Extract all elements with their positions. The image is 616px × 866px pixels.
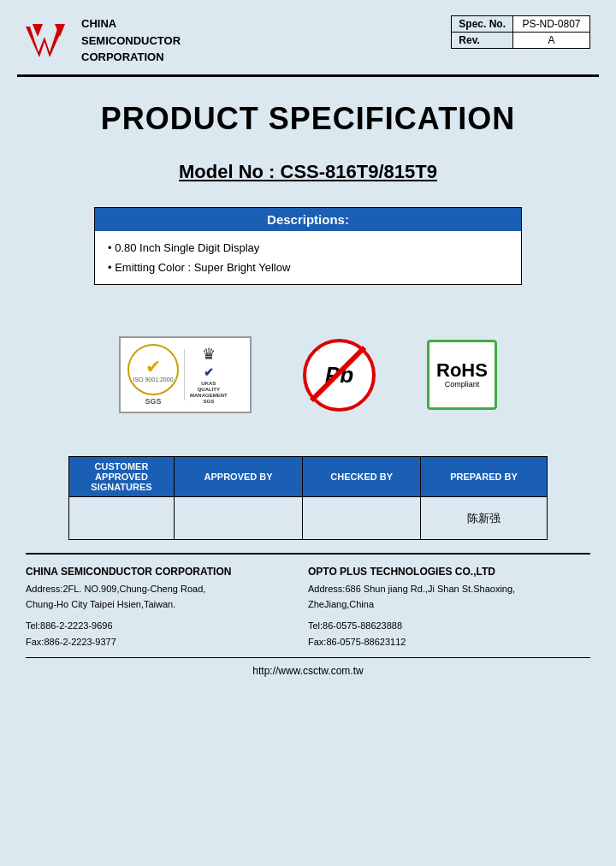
rohs-logo: RoHS Compliant — [427, 340, 497, 410]
footer-right-address1: Address:686 Shun jiang Rd.,Ji Shan St.Sh… — [308, 581, 590, 597]
ukas-check-icon: ✔ — [204, 365, 214, 379]
model-number: Model No : CSS-816T9/815T9 — [17, 161, 599, 183]
spec-info-table: Spec. No. PS-ND-0807 Rev. A — [451, 15, 590, 49]
prepared-by-header: PREPARED BY — [421, 457, 548, 497]
footer-left-tel: Tel:886-2-2223-9696 — [26, 618, 308, 634]
ukas-label: UKAS QUALITY MANAGEMENT SGS — [190, 381, 228, 406]
footer-right-company: OPTO PLUS TECHNOLOGIES CO.,LTD — [308, 563, 590, 580]
footer-right: OPTO PLUS TECHNOLOGIES CO.,LTD Address:6… — [308, 563, 590, 650]
descriptions-body: • 0.80 Inch Single Digit Display • Emitt… — [95, 231, 521, 285]
sgs-check-icon: ✔ — [145, 358, 161, 377]
no-pb-slash-icon — [303, 339, 376, 412]
footer-right-address2: ZheJiang,China — [308, 596, 590, 613]
rev-label: Rev. — [452, 33, 513, 49]
prepared-by-value: 陈新强 — [421, 497, 548, 540]
company-logo — [26, 20, 73, 61]
footer-right-tel: Tel:86-0575-88623888 — [308, 618, 590, 634]
descriptions-header: Descriptions: — [95, 208, 521, 231]
model-section: Model No : CSS-816T9/815T9 — [0, 145, 616, 199]
sgs-label: SGS — [145, 397, 161, 406]
sgs-circle: ✔ ISO 9001:2000 — [127, 344, 179, 395]
footer-left-address2: Chung-Ho City Taipei Hsien,Taiwan. — [26, 596, 308, 613]
header: CHINA SEMICONDUCTOR CORPORATION Spec. No… — [0, 0, 616, 74]
rohs-title: RoHS — [436, 361, 488, 380]
footer-left-fax: Fax:886-2-2223-9377 — [26, 634, 308, 650]
desc-item-1: • 0.80 Inch Single Digit Display — [108, 238, 508, 258]
footer-left: CHINA SEMICONDUCTOR CORPORATION Address:… — [26, 563, 308, 650]
sgs-iso-text: ISO 9001:2000 — [133, 377, 173, 383]
descriptions-section: Descriptions: • 0.80 Inch Single Digit D… — [94, 207, 522, 286]
logos-section: ✔ ISO 9001:2000 SGS ♛ ✔ UKAS QUALITY MAN… — [0, 294, 616, 439]
customer-approved-header: CUSTOMER APPROVED SIGNATURES — [69, 457, 175, 497]
svg-line-3 — [311, 347, 364, 400]
svg-marker-1 — [33, 24, 43, 37]
sgs-ukas-logo: ✔ ISO 9001:2000 SGS ♛ ✔ UKAS QUALITY MAN… — [119, 336, 252, 413]
signatures-section: CUSTOMER APPROVED SIGNATURES APPROVED BY… — [68, 456, 548, 540]
no-pb-logo: Pb — [303, 339, 376, 412]
rohs-subtitle: Compliant — [445, 380, 480, 389]
desc-item-2: • Emitting Color : Super Bright Yellow — [108, 258, 508, 277]
rev-value: A — [513, 33, 590, 49]
logo-area: CHINA SEMICONDUCTOR CORPORATION — [26, 15, 181, 66]
descriptions-box: Descriptions: • 0.80 Inch Single Digit D… — [94, 207, 522, 286]
signatures-table: CUSTOMER APPROVED SIGNATURES APPROVED BY… — [68, 456, 548, 540]
footer-left-address1: Address:2FL. NO.909,Chung-Cheng Road, — [26, 581, 308, 597]
approved-by-header: APPROVED BY — [174, 457, 302, 497]
title-section: PRODUCT SPECIFICATION — [0, 77, 616, 145]
spec-no-value: PS-ND-0807 — [513, 16, 590, 33]
checked-by-value — [303, 497, 421, 540]
checked-by-header: CHECKED BY — [303, 457, 421, 497]
page: CHINA SEMICONDUCTOR CORPORATION Spec. No… — [0, 0, 616, 866]
main-title: PRODUCT SPECIFICATION — [17, 101, 599, 137]
approved-by-value — [174, 497, 302, 540]
footer-website: http://www.csctw.com.tw — [26, 657, 590, 685]
ukas-box: ♛ ✔ UKAS QUALITY MANAGEMENT SGS — [190, 345, 228, 406]
customer-approved-value — [69, 497, 175, 540]
footer-left-company: CHINA SEMICONDUCTOR CORPORATION — [26, 563, 308, 580]
footer-info: CHINA SEMICONDUCTOR CORPORATION Address:… — [0, 555, 616, 654]
spec-no-label: Spec. No. — [452, 16, 513, 33]
footer-right-fax: Fax:86-0575-88623112 — [308, 634, 590, 650]
company-name: CHINA SEMICONDUCTOR CORPORATION — [81, 15, 181, 66]
ukas-crown-icon: ♛ — [202, 345, 216, 364]
